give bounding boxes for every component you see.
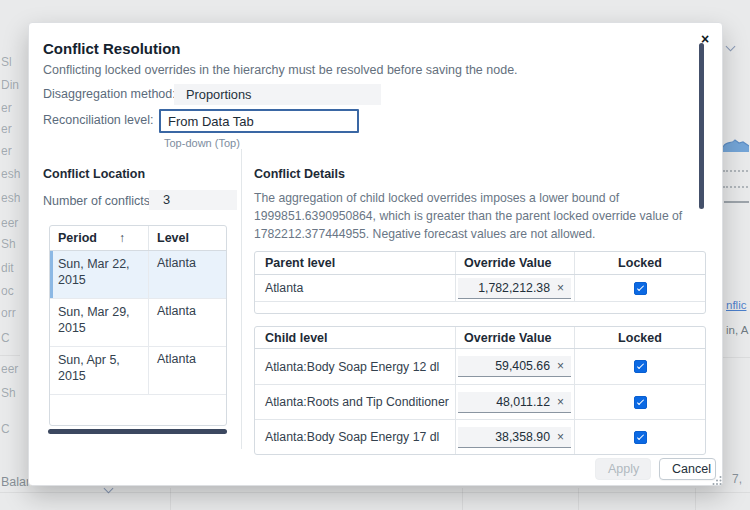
override-value-input[interactable]: 59,405.66 ×: [458, 356, 571, 377]
chevron-down-icon: [727, 36, 734, 54]
table-row[interactable]: Sun, Mar 22, 2015 Atlanta: [50, 251, 226, 299]
locked-checkbox[interactable]: [634, 431, 647, 444]
override-value-text: 38,358.90: [495, 430, 550, 444]
period-cell: Sun, Mar 29, 2015: [50, 299, 149, 346]
background-dotted-line: [723, 170, 748, 172]
conflict-count-value: 3: [149, 190, 237, 210]
child-table-header: Child level Override Value Locked: [255, 327, 705, 349]
background-number-fragment: 7,: [732, 472, 742, 486]
background-list-item: C: [1, 331, 10, 345]
table-row[interactable]: Sun, Mar 29, 2015 Atlanta: [50, 299, 226, 347]
override-value-text: 1,782,212.38: [478, 281, 550, 295]
override-value-text: 59,405.66: [495, 359, 550, 373]
period-cell: Sun, Apr 5, 2015: [50, 347, 149, 394]
background-grid-line: [170, 488, 171, 510]
level-cell: Atlanta: [149, 299, 226, 346]
conflict-details-message: The aggregation of child locked override…: [254, 189, 706, 243]
background-dotted-line: [723, 186, 748, 188]
resize-handle-icon[interactable]: [712, 475, 722, 485]
dialog-vertical-scrollbar[interactable]: [699, 43, 704, 209]
reconciliation-level-input[interactable]: [159, 109, 359, 133]
locked-checkbox[interactable]: [634, 282, 647, 295]
background-list-item: dit: [1, 261, 14, 275]
clear-icon[interactable]: ×: [557, 431, 564, 443]
dialog-title: Conflict Resolution: [43, 40, 181, 57]
background-list-item: Sl: [1, 55, 12, 69]
child-name-cell: Atlanta:Roots and Tip Conditioner: [255, 395, 455, 409]
clear-icon[interactable]: ×: [557, 282, 564, 294]
background-list-item: er: [1, 122, 12, 136]
locked-checkbox[interactable]: [634, 396, 647, 409]
background-list-item: oc: [1, 284, 14, 298]
background-sparkline: [723, 136, 749, 152]
dialog-subtitle: Conflicting locked overrides in the hier…: [43, 63, 518, 77]
column-header-locked: Locked: [574, 327, 705, 348]
background-divider: [0, 355, 20, 356]
column-header-locked: Locked: [574, 252, 705, 274]
sort-ascending-icon: ↑: [119, 231, 125, 245]
table-row: Atlanta 1,782,212.38 ×: [255, 275, 705, 301]
child-name-cell: Atlanta:Body Soap Energy 17 dl: [255, 430, 455, 444]
background-list-item: er: [1, 101, 12, 115]
disaggregation-method-value: Proportions: [174, 84, 381, 105]
background-divider: [722, 357, 750, 358]
override-value-input[interactable]: 38,358.90 ×: [458, 427, 571, 448]
background-list-item: esh: [1, 167, 20, 181]
background-grid-line: [462, 488, 463, 510]
table-row: Atlanta:Roots and Tip Conditioner 48,011…: [255, 384, 705, 419]
empty-table-row: [255, 301, 705, 313]
parent-level-table: Parent level Override Value Locked Atlan…: [254, 251, 706, 314]
app-screen: Sl Din er er er esh esh eer Sh dit oc or…: [0, 0, 750, 510]
parent-table-header: Parent level Override Value Locked: [255, 252, 705, 275]
conflict-resolution-dialog: × Conflict Resolution Conflicting locked…: [28, 22, 723, 486]
background-list-item: eer: [1, 362, 18, 376]
background-text-fragment: in, A: [726, 324, 748, 336]
override-value-input[interactable]: 48,011.12 ×: [458, 392, 571, 413]
background-list-item: C: [1, 422, 10, 436]
period-cell: Sun, Mar 22, 2015: [50, 251, 149, 298]
reconciliation-level-label: Reconciliation level:: [43, 113, 153, 127]
background-grid-line: [0, 492, 750, 493]
apply-button[interactable]: Apply: [595, 458, 651, 480]
background-list-item: orr: [1, 306, 16, 320]
override-value-text: 48,011.12: [496, 395, 550, 409]
level-header-label: Level: [157, 231, 189, 245]
locked-checkbox[interactable]: [634, 360, 647, 373]
column-header-level[interactable]: Level: [149, 231, 226, 245]
conflict-location-table: Period ↑ Level Sun, Mar 22, 2015 Atlanta…: [49, 225, 227, 426]
check-icon: [636, 362, 643, 369]
background-list-item: er: [1, 144, 12, 158]
level-cell: Atlanta: [149, 251, 226, 298]
table-row[interactable]: Sun, Apr 5, 2015 Atlanta: [50, 347, 226, 395]
background-list-item: Din: [1, 78, 19, 92]
table-row: Atlanta:Body Soap Energy 12 dl 59,405.66…: [255, 349, 705, 384]
background-list-item: Sh: [1, 237, 16, 251]
cancel-button[interactable]: Cancel: [659, 458, 716, 480]
background-grid-line: [695, 488, 696, 510]
clear-icon[interactable]: ×: [557, 396, 564, 408]
conflict-count-label: Number of conflicts:: [43, 194, 153, 208]
background-link-fragment: nflic: [726, 299, 746, 311]
disaggregation-method-label: Disaggregation method:: [43, 87, 176, 101]
parent-name-cell: Atlanta: [255, 281, 455, 295]
check-icon: [636, 283, 643, 290]
conflict-location-heading: Conflict Location: [43, 167, 145, 181]
location-table-header: Period ↑ Level: [50, 226, 226, 251]
override-value-input[interactable]: 1,782,212.38 ×: [458, 278, 571, 299]
close-icon[interactable]: ×: [695, 29, 715, 49]
background-grid-line: [578, 488, 579, 510]
column-header-child-level: Child level: [255, 331, 455, 345]
conflict-details-heading: Conflict Details: [254, 167, 345, 181]
clear-icon[interactable]: ×: [557, 360, 564, 372]
location-horizontal-scrollbar[interactable]: [48, 429, 227, 434]
background-list-item: eer: [1, 216, 18, 230]
table-row: Atlanta:Body Soap Energy 17 dl 38,358.90…: [255, 419, 705, 454]
reconciliation-helper-text: Top-down (Top): [164, 137, 240, 149]
column-header-period[interactable]: Period ↑: [50, 226, 149, 250]
level-cell: Atlanta: [149, 347, 226, 394]
column-header-override-value: Override Value: [455, 327, 574, 348]
period-header-label: Period: [58, 231, 97, 245]
column-header-parent-level: Parent level: [255, 256, 455, 270]
background-list-item: esh: [1, 191, 20, 205]
background-divider: [724, 201, 749, 203]
